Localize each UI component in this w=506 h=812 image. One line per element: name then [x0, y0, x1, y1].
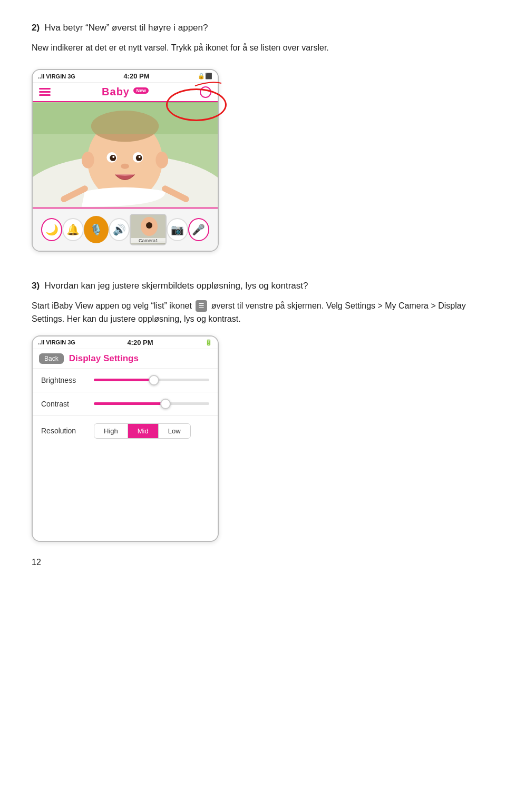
back-button[interactable]: Back: [39, 353, 64, 364]
hamburger-icon[interactable]: [39, 88, 51, 96]
contrast-thumb[interactable]: [160, 399, 171, 409]
section-2-heading: 2) Hva betyr “New” øverst til høyre i ap…: [32, 21, 474, 35]
svg-point-9: [139, 156, 141, 158]
signal-2: ..ll VIRGIN 3G: [38, 339, 75, 345]
baby-svg: [33, 102, 218, 207]
brightness-row: Brightness: [33, 369, 218, 392]
bell-btn[interactable]: 🔔: [62, 218, 83, 241]
section-2: 2) Hva betyr “New” øverst til høyre i ap…: [32, 21, 474, 269]
brightness-slider[interactable]: [94, 379, 209, 381]
speaker-btn[interactable]: 🔊: [109, 218, 130, 241]
app-title: Baby: [102, 86, 130, 97]
battery-icon: 🔒⬛: [198, 73, 212, 80]
mic-btn[interactable]: 🎙️: [84, 216, 109, 243]
circle-indicator: [200, 86, 211, 98]
display-settings-title: Display Settings: [69, 353, 139, 364]
signal-strength: ..ll VIRGIN 3G: [38, 73, 75, 80]
resolution-low[interactable]: Low: [159, 424, 190, 438]
contrast-label: Contrast: [41, 400, 94, 408]
new-badge: New: [133, 87, 149, 94]
resolution-label: Resolution: [41, 427, 94, 435]
list-icon: [196, 300, 207, 312]
camera-controls: 🌙 🔔 🎙️ 🔊 Camera1 📷 🎤: [33, 207, 218, 251]
phone-mockup-2: ..ll VIRGIN 3G 4:20 PM 🔋 Back Display Se…: [32, 335, 219, 542]
clock-2: 4:20 PM: [127, 339, 153, 346]
contrast-row: Contrast: [33, 392, 218, 416]
clock: 4:20 PM: [123, 72, 149, 80]
resolution-mid[interactable]: Mid: [128, 424, 159, 438]
svg-rect-13: [33, 103, 218, 134]
section-3-heading: 3) Hvordan kan jeg justere skjermbildets…: [32, 279, 474, 293]
section-2-subtext: New indikerer at det er et nytt varsel. …: [32, 41, 474, 55]
svg-point-7: [136, 155, 142, 161]
camera-view: [33, 102, 218, 207]
brightness-label: Brightness: [41, 376, 94, 384]
resolution-high[interactable]: High: [94, 424, 128, 438]
status-bar-1: ..ll VIRGIN 3G 4:20 PM 🔒⬛: [33, 70, 218, 83]
mic2-btn[interactable]: 🎤: [188, 218, 209, 241]
resolution-row: Resolution High Mid Low: [33, 416, 218, 446]
resolution-buttons: High Mid Low: [94, 423, 191, 439]
display-settings-bar: Back Display Settings: [33, 349, 218, 369]
svg-point-16: [146, 222, 152, 229]
svg-point-12: [155, 152, 168, 169]
section-3-para1: Start iBaby View appen og velg “list” ik…: [32, 299, 474, 326]
svg-point-10: [121, 164, 129, 169]
camera-label: Camera1: [131, 238, 166, 243]
contrast-slider[interactable]: [94, 402, 209, 405]
svg-point-11: [82, 152, 94, 169]
phone-mockup-1: ..ll VIRGIN 3G 4:20 PM 🔒⬛ Baby New: [32, 69, 219, 252]
baby-title-area: Baby New: [102, 86, 149, 98]
moon-btn[interactable]: 🌙: [41, 218, 62, 241]
section-3: 3) Hvordan kan jeg justere skjermbildets…: [32, 279, 474, 542]
brightness-thumb[interactable]: [149, 375, 159, 385]
camera-thumbnail: Camera1: [130, 214, 167, 245]
status-bar-2: ..ll VIRGIN 3G 4:20 PM 🔋: [33, 336, 218, 349]
svg-point-6: [110, 155, 116, 161]
battery-icon-2: 🔋: [205, 339, 212, 346]
phone-screen-empty: [33, 446, 218, 541]
svg-point-8: [112, 156, 114, 158]
camera-btn[interactable]: 📷: [167, 218, 188, 241]
page-number: 12: [32, 558, 474, 567]
app-nav-bar-1: Baby New: [33, 83, 218, 102]
phone-mockup-1-wrapper: ..ll VIRGIN 3G 4:20 PM 🔒⬛ Baby New: [32, 60, 219, 266]
